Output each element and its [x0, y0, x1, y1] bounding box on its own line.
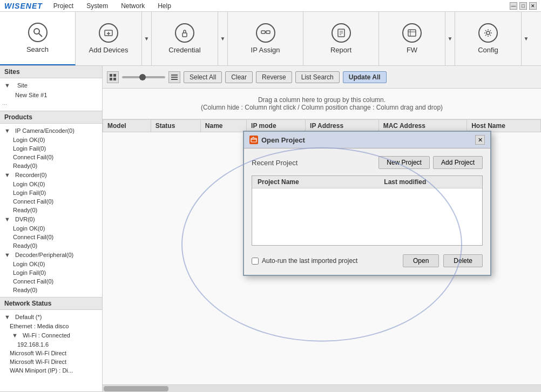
- report-icon: [332, 23, 351, 43]
- rec-ready[interactable]: Ready(0): [0, 206, 102, 214]
- credential-toolbar-btn[interactable]: Credential: [152, 12, 218, 65]
- sites-tree: ▼ Site New Site #1 ···: [0, 78, 102, 111]
- col-name[interactable]: Name: [200, 120, 246, 132]
- ip-assign-toolbar-btn[interactable]: IP Assign: [228, 12, 303, 65]
- sidebar: Sites ▼ Site New Site #1 ··· Products ▼ …: [0, 66, 103, 392]
- clear-button[interactable]: Clear: [225, 71, 253, 83]
- menu-network[interactable]: Network: [119, 1, 147, 11]
- network-status-section: Network Status ▼ Default (*) Ethernet : …: [0, 298, 102, 392]
- delete-button[interactable]: Delete: [443, 254, 483, 267]
- horizontal-scrollbar[interactable]: [103, 384, 541, 392]
- new-site-item[interactable]: New Site #1: [0, 90, 102, 100]
- maximize-button[interactable]: □: [519, 2, 527, 10]
- site-root[interactable]: ▼ Site: [0, 80, 102, 90]
- dec-ready[interactable]: Ready(0): [0, 286, 102, 294]
- ellipsis-item: ···: [0, 100, 102, 109]
- menu-system[interactable]: System: [84, 1, 110, 11]
- dvr-ready[interactable]: Ready(0): [0, 241, 102, 250]
- network-wifi[interactable]: ▼ Wi-Fi : Connected: [0, 330, 102, 340]
- add-devices-dropdown[interactable]: ▼: [141, 12, 151, 65]
- search-toolbar-btn[interactable]: Search: [0, 12, 76, 65]
- products-section: Products ▼ IP Camera/Encoder(0) Login OK…: [0, 111, 102, 298]
- dec-login-ok[interactable]: Login OK(0): [0, 260, 102, 268]
- dialog-content: Recent Project New Project Add Project P…: [244, 148, 490, 275]
- dialog-footer: Auto-run the last imported project Open …: [252, 252, 483, 267]
- config-dropdown[interactable]: ▼: [521, 12, 531, 65]
- list-search-button[interactable]: List Search: [295, 71, 340, 83]
- list-icon[interactable]: [168, 71, 180, 83]
- ip-ready[interactable]: Ready(0): [0, 161, 102, 170]
- decoder-item[interactable]: ▼ Decoder/Peripheral(0): [0, 250, 102, 260]
- sites-header: Sites: [0, 66, 102, 78]
- network-wan[interactable]: WAN Miniport (IP) : Di...: [0, 366, 102, 375]
- dvr-connect-fail[interactable]: Connect Fail(0): [0, 233, 102, 241]
- dec-login-fail[interactable]: Login Fail(0): [0, 268, 102, 277]
- network-ms-wifi1[interactable]: Microsoft Wi-Fi Direct: [0, 349, 102, 357]
- update-all-button[interactable]: Update All: [343, 71, 387, 83]
- footer-buttons: Open Delete: [403, 254, 483, 267]
- rec-connect-fail[interactable]: Connect Fail(0): [0, 197, 102, 206]
- add-project-button[interactable]: Add Project: [433, 156, 483, 169]
- rec-login-ok[interactable]: Login OK(0): [0, 180, 102, 188]
- fw-btn-label: FW: [407, 46, 417, 54]
- svg-line-1: [39, 33, 42, 37]
- menu-help[interactable]: Help: [155, 1, 173, 11]
- fw-toolbar-btn[interactable]: FW: [379, 12, 445, 65]
- main-layout: Sites ▼ Site New Site #1 ··· Products ▼ …: [0, 66, 541, 392]
- dec-connect-fail[interactable]: Connect Fail(0): [0, 277, 102, 286]
- project-name-col: Project Name: [252, 176, 378, 188]
- scroll-thumb[interactable]: [104, 386, 168, 391]
- project-table-container: Project Name Last modified: [252, 175, 483, 246]
- network-ms-wifi2[interactable]: Microsoft Wi-Fi Direct: [0, 357, 102, 366]
- dvr-login-ok[interactable]: Login OK(0): [0, 224, 102, 233]
- dvr-item[interactable]: ▼ DVR(0): [0, 214, 102, 224]
- view-icons: [107, 71, 119, 83]
- fw-icon: [402, 23, 422, 43]
- ip-assign-btn-label: IP Assign: [251, 46, 280, 54]
- close-button[interactable]: ✕: [529, 2, 537, 10]
- new-project-button[interactable]: New Project: [378, 156, 430, 169]
- dialog-recent-row: Recent Project New Project Add Project: [252, 156, 483, 169]
- credential-btn-label: Credential: [168, 46, 200, 54]
- svg-rect-17: [110, 74, 112, 77]
- report-toolbar-btn[interactable]: Report: [303, 12, 379, 65]
- open-button[interactable]: Open: [403, 254, 439, 267]
- sites-section: Sites ▼ Site New Site #1 ···: [0, 66, 102, 111]
- list-view-icon: [168, 71, 180, 83]
- zoom-slider[interactable]: [122, 76, 165, 78]
- config-toolbar-btn[interactable]: Config: [455, 12, 521, 65]
- grid-view-icon[interactable]: [107, 71, 119, 83]
- dialog-action-btns: New Project Add Project: [378, 156, 483, 169]
- credential-dropdown[interactable]: ▼: [218, 12, 227, 65]
- ip-camera-item[interactable]: ▼ IP Camera/Encoder(0): [0, 126, 102, 136]
- auto-run-label[interactable]: Auto-run the last imported project: [262, 257, 357, 265]
- svg-rect-6: [261, 31, 265, 33]
- dialog-close-button[interactable]: ✕: [475, 135, 485, 145]
- col-model[interactable]: Model: [103, 120, 151, 132]
- dialog-icon: [249, 136, 258, 144]
- rec-login-fail[interactable]: Login Fail(0): [0, 188, 102, 197]
- minimize-button[interactable]: —: [510, 2, 517, 10]
- report-btn-label: Report: [330, 46, 351, 54]
- col-status[interactable]: Status: [151, 120, 200, 132]
- project-table: Project Name Last modified: [252, 176, 482, 232]
- menu-project[interactable]: Project: [51, 1, 76, 11]
- fw-dropdown[interactable]: ▼: [445, 12, 455, 65]
- search-btn-label: Search: [26, 45, 49, 53]
- network-ethernet[interactable]: Ethernet : Media disco: [0, 322, 102, 330]
- add-devices-toolbar-btn[interactable]: Add Devices: [76, 12, 141, 65]
- empty-row: [252, 188, 482, 232]
- svg-rect-7: [266, 31, 270, 33]
- auto-run-checkbox[interactable]: [252, 258, 259, 265]
- ip-assign-icon: [256, 23, 275, 43]
- select-all-button[interactable]: Select All: [184, 71, 222, 83]
- network-status-header: Network Status: [0, 298, 102, 310]
- ip-connect-fail[interactable]: Connect Fail(0): [0, 153, 102, 161]
- config-btn-label: Config: [478, 46, 498, 54]
- ip-login-ok[interactable]: Login OK(0): [0, 136, 102, 144]
- recorder-item[interactable]: ▼ Recorder(0): [0, 170, 102, 180]
- ip-login-fail[interactable]: Login Fail(0): [0, 144, 102, 153]
- reverse-button[interactable]: Reverse: [256, 71, 292, 83]
- network-wifi-ip[interactable]: 192.168.1.6: [0, 340, 102, 349]
- network-default[interactable]: ▼ Default (*): [0, 312, 102, 322]
